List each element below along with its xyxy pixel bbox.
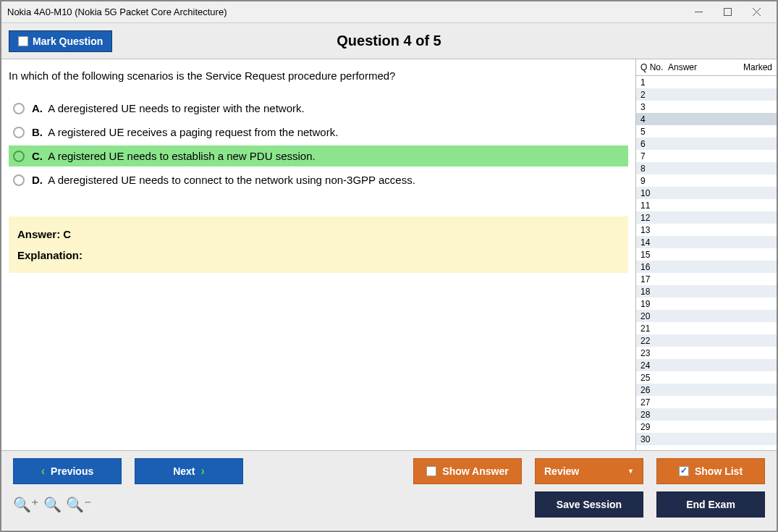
maximize-button[interactable] — [713, 2, 742, 22]
zoom-in-icon[interactable]: 🔍⁺ — [13, 496, 39, 513]
row-qno: 7 — [640, 151, 668, 161]
list-row[interactable]: 12 — [636, 211, 777, 224]
list-row[interactable]: 21 — [636, 322, 777, 334]
end-exam-button[interactable]: End Exam — [656, 491, 765, 518]
row-qno: 20 — [640, 311, 668, 321]
row-qno: 6 — [640, 139, 668, 149]
zoom-out-icon[interactable]: 🔍⁻ — [66, 496, 92, 513]
list-row[interactable]: 3 — [636, 101, 777, 113]
end-exam-label: End Exam — [686, 499, 735, 510]
list-row[interactable]: 16 — [636, 261, 777, 273]
close-button[interactable] — [742, 2, 771, 22]
minimize-button[interactable] — [684, 2, 713, 22]
list-row[interactable]: 18 — [636, 285, 777, 297]
row-qno: 26 — [640, 385, 668, 395]
list-row[interactable]: 14 — [636, 236, 777, 248]
review-dropdown[interactable]: Review ▼ — [535, 458, 643, 484]
chevron-left-icon: ‹ — [41, 465, 45, 478]
radio-icon — [13, 174, 25, 186]
checkbox-icon — [426, 466, 436, 476]
list-row[interactable]: 9 — [636, 174, 777, 187]
show-list-label: Show List — [695, 465, 743, 477]
list-row[interactable]: 8 — [636, 162, 777, 174]
window-title: Nokia 4A0-M10 (Nokia 5G Packet Core Arch… — [7, 7, 684, 17]
row-qno: 5 — [640, 127, 668, 137]
row-qno: 28 — [640, 410, 668, 420]
list-row[interactable]: 29 — [636, 421, 777, 433]
row-qno: 8 — [640, 164, 668, 174]
next-label: Next — [173, 465, 195, 477]
list-row[interactable]: 1 — [636, 76, 777, 88]
choice-text: C. A registered UE needs to establish a … — [32, 150, 316, 162]
footer-bar: ‹ Previous Next › Show Answer Review ▼ S… — [1, 450, 777, 530]
row-qno: 27 — [640, 397, 668, 408]
row-qno: 18 — [640, 287, 668, 297]
list-row[interactable]: 10 — [636, 187, 777, 199]
list-row[interactable]: 19 — [636, 297, 777, 310]
list-row[interactable]: 17 — [636, 273, 777, 285]
previous-label: Previous — [51, 465, 93, 477]
answer-label: Answer: C — [17, 228, 620, 240]
question-list[interactable]: 1234567891011121314151617181920212223242… — [636, 76, 777, 450]
list-row[interactable]: 4 — [636, 113, 777, 125]
list-row[interactable]: 13 — [636, 224, 777, 236]
checkbox-icon — [18, 36, 28, 46]
list-row[interactable]: 20 — [636, 310, 777, 322]
list-row[interactable]: 27 — [636, 396, 777, 408]
list-row[interactable]: 28 — [636, 408, 777, 421]
col-marked: Marked — [730, 62, 772, 72]
row-qno: 16 — [640, 262, 668, 272]
mark-question-label: Mark Question — [33, 35, 103, 47]
row-qno: 2 — [640, 90, 668, 100]
list-row[interactable]: 22 — [636, 334, 777, 347]
question-counter: Question 4 of 5 — [1, 33, 777, 49]
row-qno: 14 — [640, 237, 668, 248]
row-qno: 3 — [640, 102, 668, 112]
row-qno: 22 — [640, 336, 668, 346]
radio-icon — [13, 127, 25, 138]
row-qno: 9 — [640, 176, 668, 186]
show-list-button[interactable]: Show List — [656, 458, 765, 484]
row-qno: 19 — [640, 299, 668, 309]
chevron-right-icon: › — [201, 465, 205, 478]
mark-question-button[interactable]: Mark Question — [9, 30, 112, 52]
zoom-icon[interactable]: 🔍 — [43, 496, 62, 513]
list-row[interactable]: 6 — [636, 138, 777, 150]
list-row[interactable]: 23 — [636, 347, 777, 359]
header-bar: Mark Question Question 4 of 5 — [1, 23, 777, 59]
row-qno: 21 — [640, 324, 668, 334]
row-qno: 29 — [640, 422, 668, 432]
previous-button[interactable]: ‹ Previous — [13, 458, 122, 484]
explanation-label: Explanation: — [17, 249, 620, 261]
answer-box: Answer: C Explanation: — [9, 216, 628, 273]
list-row[interactable]: 2 — [636, 88, 777, 101]
choice-c[interactable]: C. A registered UE needs to establish a … — [9, 145, 628, 166]
choice-d[interactable]: D. A deregistered UE needs to connect to… — [9, 169, 628, 190]
save-session-button[interactable]: Save Session — [535, 491, 643, 518]
row-qno: 30 — [640, 434, 668, 444]
col-qno: Q No. — [640, 62, 668, 72]
list-row[interactable]: 11 — [636, 199, 777, 211]
list-row[interactable]: 7 — [636, 150, 777, 162]
question-text: In which of the following scenarios is t… — [9, 69, 628, 82]
radio-icon — [13, 103, 25, 114]
list-row[interactable]: 25 — [636, 371, 777, 384]
titlebar: Nokia 4A0-M10 (Nokia 5G Packet Core Arch… — [1, 1, 777, 23]
list-row[interactable]: 24 — [636, 359, 777, 371]
next-button[interactable]: Next › — [135, 458, 243, 484]
choice-text: D. A deregistered UE needs to connect to… — [32, 174, 415, 186]
question-list-panel: Q No. Answer Marked 12345678910111213141… — [635, 59, 777, 450]
show-answer-button[interactable]: Show Answer — [413, 458, 522, 484]
row-qno: 4 — [640, 114, 668, 124]
row-qno: 17 — [640, 274, 668, 284]
list-header: Q No. Answer Marked — [636, 59, 777, 76]
list-row[interactable]: 30 — [636, 433, 777, 445]
save-session-label: Save Session — [557, 499, 622, 510]
choice-a[interactable]: A. A deregistered UE needs to register w… — [9, 98, 628, 119]
list-row[interactable]: 26 — [636, 384, 777, 396]
zoom-controls: 🔍⁺ 🔍 🔍⁻ — [13, 496, 92, 513]
list-row[interactable]: 15 — [636, 248, 777, 261]
list-row[interactable]: 5 — [636, 125, 777, 138]
row-qno: 10 — [640, 188, 668, 198]
choice-b[interactable]: B. A registered UE receives a paging req… — [9, 122, 628, 143]
